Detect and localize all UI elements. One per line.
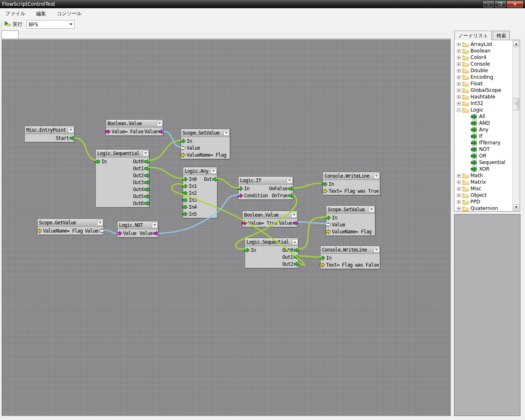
expand-icon[interactable]	[457, 49, 461, 53]
scroll-up-icon[interactable]: ▲	[513, 41, 519, 47]
tree-item[interactable]: PPD	[454, 199, 520, 205]
expand-icon[interactable]	[457, 82, 461, 86]
node-collapse-button[interactable]	[291, 212, 297, 218]
node-collapse-button[interactable]	[369, 207, 374, 212]
node-collapse-button[interactable]	[374, 173, 379, 179]
tree-leaf-item[interactable]: XOR	[454, 166, 520, 172]
node-collapse-button[interactable]	[68, 127, 74, 133]
port-arrow-exec[interactable]	[244, 248, 250, 253]
flow-node[interactable]: Logic.Any In0Out In1 In2 In3 In4 In5	[183, 167, 217, 218]
expand-icon[interactable]	[457, 95, 461, 99]
canvas-tab[interactable]	[1, 30, 18, 39]
port-arrow-bool[interactable]	[242, 221, 247, 226]
node-title[interactable]: Scope.SetValue	[326, 206, 375, 214]
expand-icon[interactable]	[457, 174, 461, 178]
port-arrow-bool[interactable]	[237, 193, 243, 198]
tree-leaf-item[interactable]: All	[454, 113, 520, 120]
tree-item[interactable]: Color4	[454, 54, 520, 61]
restore-button[interactable]: ❐	[495, 1, 506, 8]
port-arrow-exec[interactable]	[212, 177, 218, 182]
port-arrow-exec[interactable]	[144, 173, 150, 178]
expand-icon[interactable]	[457, 207, 461, 210]
flow-node[interactable]: Scope.GetValue ValueName= FlagValue	[37, 219, 104, 235]
tree-leaf-item[interactable]: If	[454, 133, 520, 139]
expand-icon[interactable]	[457, 62, 461, 66]
menu-edit[interactable]: 編集	[31, 9, 51, 19]
menu-file[interactable]: ファイル	[0, 9, 31, 19]
tree-leaf-item[interactable]: OR	[454, 153, 520, 159]
flow-node[interactable]: Scope.SetValue In Value ValueName= Flag	[181, 129, 230, 159]
flow-node[interactable]: Misc.EntryPoint Start	[25, 126, 75, 142]
expand-icon[interactable]	[457, 69, 461, 73]
port-arrow-exec[interactable]	[288, 186, 294, 191]
flow-node[interactable]: Boolean.Value Value= TrueValue	[242, 211, 298, 227]
port-arrow-bool[interactable]	[293, 221, 299, 226]
node-title[interactable]: Console.WriteLine	[323, 172, 380, 180]
node-collapse-button[interactable]	[143, 151, 148, 156]
tree-item[interactable]: Boolean	[454, 48, 520, 54]
node-title[interactable]: Logic.NOT	[118, 221, 158, 229]
expand-icon[interactable]	[457, 180, 461, 184]
node-collapse-button[interactable]	[97, 220, 103, 226]
node-collapse-button[interactable]	[224, 130, 229, 136]
port-arrow-string[interactable]	[320, 262, 325, 267]
node-title[interactable]: Scope.SetValue	[181, 129, 230, 137]
port-arrow-exec[interactable]	[182, 191, 188, 196]
collapse-icon[interactable]	[457, 108, 461, 112]
flow-node[interactable]: Boolean.Value Value= FalseValue	[106, 119, 163, 136]
port-arrow-exec[interactable]	[144, 180, 150, 185]
port-arrow-exec[interactable]	[95, 159, 100, 164]
port-arrow-bool[interactable]	[105, 129, 111, 134]
port-arrow-string[interactable]	[37, 228, 42, 233]
node-title[interactable]: Scope.GetValue	[38, 219, 103, 227]
tree-leaf-item[interactable]: AND	[454, 120, 520, 126]
port-arrow-object[interactable]	[99, 228, 105, 233]
port-arrow-exec[interactable]	[288, 193, 294, 198]
tree-item[interactable]: Int32	[454, 100, 520, 107]
port-arrow-bool[interactable]	[158, 129, 164, 134]
port-arrow-exec[interactable]	[182, 198, 188, 203]
run-button[interactable]: 実行	[2, 20, 25, 29]
port-arrow-exec[interactable]	[180, 139, 186, 144]
expand-icon[interactable]	[457, 194, 461, 197]
node-title[interactable]: Logic.Sequential	[245, 238, 298, 246]
port-arrow-exec[interactable]	[237, 186, 243, 191]
scroll-thumb[interactable]	[513, 98, 519, 110]
port-arrow-exec[interactable]	[294, 255, 299, 260]
port-arrow-exec[interactable]	[182, 184, 188, 189]
port-arrow-exec[interactable]	[144, 159, 150, 164]
expand-icon[interactable]	[457, 56, 461, 59]
node-title[interactable]: Logic.Any	[183, 167, 217, 175]
flow-node[interactable]: Logic.Sequential InOut0 Out1 Out2 Out3 O…	[96, 149, 149, 208]
tab-nodelist[interactable]: ノードリスト	[454, 31, 492, 40]
port-arrow-exec[interactable]	[144, 187, 150, 192]
tree-item[interactable]: Math	[454, 172, 520, 179]
expand-icon[interactable]	[457, 89, 461, 92]
port-arrow-string[interactable]	[322, 189, 328, 194]
flow-node[interactable]: Scope.SetValue In Value ValueName= Flag	[326, 205, 375, 236]
flow-node[interactable]: Logic.Sequential InOut0 Out1 Out2	[245, 238, 299, 268]
port-arrow-exec[interactable]	[322, 182, 328, 187]
tab-search[interactable]: 検索	[493, 31, 510, 40]
tree-item[interactable]: ArrayList	[454, 41, 520, 48]
tree-item[interactable]: Quaternion	[454, 205, 520, 212]
node-collapse-button[interactable]	[292, 239, 298, 245]
port-arrow-exec[interactable]	[182, 212, 188, 217]
flow-node[interactable]: Logic.NOT ValueValue	[117, 221, 158, 237]
node-title[interactable]: Misc.EntryPoint	[25, 126, 74, 134]
port-arrow-exec[interactable]	[294, 262, 299, 267]
expand-icon[interactable]	[457, 102, 461, 105]
scroll-down-icon[interactable]: ▼	[513, 204, 519, 211]
tree-leaf-item[interactable]: Any	[454, 126, 520, 133]
tree-item[interactable]: Float	[454, 80, 520, 87]
expand-icon[interactable]	[457, 200, 461, 204]
expand-icon[interactable]	[457, 43, 461, 46]
flow-node[interactable]: Logic.If InOnFalse ConditionOnTrue	[238, 176, 293, 200]
tree-item[interactable]: Double	[454, 67, 520, 74]
canvas[interactable]: Misc.EntryPoint Start Boolean.Value Valu…	[2, 39, 451, 416]
node-collapse-button[interactable]	[374, 247, 379, 253]
flow-node[interactable]: Console.WriteLine In Text= Flag was True	[323, 172, 380, 195]
tree-item[interactable]: Logic	[454, 107, 520, 113]
tree-leaf-item[interactable]: Sequential	[454, 159, 520, 166]
port-arrow-exec[interactable]	[144, 201, 150, 206]
